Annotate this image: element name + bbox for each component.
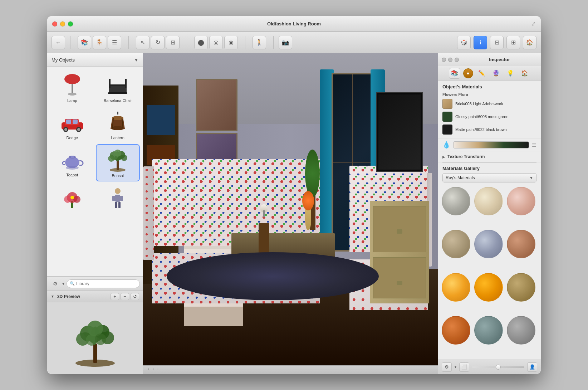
- settings-button[interactable]: ⚙: [50, 279, 60, 289]
- material-item-black[interactable]: Matte paint/8022 black brown: [442, 123, 536, 136]
- object-icon-chair: [103, 73, 132, 98]
- transform-button[interactable]: ⊞: [166, 36, 180, 49]
- inspector-titlebar: Inspector: [438, 53, 541, 66]
- swatch-gray-granite[interactable]: [507, 316, 535, 345]
- walk-button[interactable]: 🚶: [253, 36, 266, 49]
- texture-header[interactable]: ▶ Texture Transform: [442, 154, 536, 159]
- inspector-tab-scene[interactable]: 🏠: [519, 68, 530, 79]
- eye-button[interactable]: ◎: [209, 36, 223, 49]
- object-item-dodge[interactable]: Dodge: [50, 107, 94, 143]
- svg-rect-23: [71, 156, 74, 158]
- resize-icon[interactable]: ⤢: [531, 20, 536, 27]
- inspector-tab-edit[interactable]: ✏️: [476, 68, 487, 79]
- scene-dots: ⋮⋮⋮: [147, 367, 161, 372]
- svg-rect-11: [73, 120, 78, 124]
- toolbar-sep-4: [245, 36, 245, 49]
- home-button[interactable]: 🏠: [523, 36, 536, 49]
- cursor-button[interactable]: ↖: [136, 36, 150, 49]
- gallery-title: Materials Gallery: [442, 166, 536, 171]
- zoom-out-button[interactable]: −: [121, 293, 129, 300]
- swatch-blue-argyle[interactable]: [474, 230, 503, 258]
- gallery-dropdown[interactable]: Ray's Materials ▼: [442, 173, 536, 182]
- svg-rect-44: [93, 343, 97, 363]
- inspector-tab-light[interactable]: 💡: [505, 68, 516, 79]
- picker-row: 💧 ☰: [438, 138, 541, 151]
- left-panel: My Objects ▼ Lamp: [47, 53, 143, 374]
- material-swatch-brick: [442, 99, 452, 109]
- window-controls: [52, 21, 73, 26]
- chair-button[interactable]: 🪑: [93, 36, 106, 49]
- object-item-lantern[interactable]: Lantern: [96, 107, 140, 143]
- camera-button[interactable]: 📷: [279, 36, 292, 49]
- chevron-down-icon: ▼: [134, 58, 138, 63]
- view-button[interactable]: ◉: [224, 36, 238, 49]
- titlebar: Oldfashion Living Room ⤢: [47, 16, 541, 32]
- inspector-tab-library[interactable]: 📚: [449, 68, 460, 79]
- eyedropper-icon[interactable]: 💧: [442, 141, 450, 149]
- svg-rect-6: [125, 79, 127, 88]
- object-item-figure[interactable]: [96, 183, 140, 214]
- inspector-min-btn[interactable]: [448, 58, 452, 62]
- inspector-slider[interactable]: [472, 366, 524, 368]
- swatch-red-floral[interactable]: [507, 187, 535, 215]
- preview-title: 3D Preview: [57, 294, 108, 299]
- main-window: Oldfashion Living Room ⤢ ← 📚 🪑 ☰ ↖ ↻ ⊞ ⬤…: [47, 16, 541, 374]
- search-input[interactable]: [76, 281, 137, 286]
- inspector-avatar-button[interactable]: 👤: [527, 362, 537, 372]
- preview-toggle-icon[interactable]: ▼: [51, 294, 54, 298]
- record-button[interactable]: ⬤: [194, 36, 208, 49]
- material-name-black: Matte paint/8022 black brown: [455, 127, 507, 132]
- list-button[interactable]: ☰: [108, 36, 121, 49]
- inspector-add-button[interactable]: ⬜: [459, 362, 469, 372]
- object-icon-bonsai: [103, 148, 132, 173]
- texture-arrow-icon: ▶: [442, 155, 445, 159]
- swatch-wood-texture[interactable]: [507, 273, 535, 302]
- dropdown-arrow-icon: ▾: [62, 281, 64, 286]
- scene-tv: [376, 92, 423, 172]
- minimize-button[interactable]: [60, 21, 65, 26]
- toolbar-group-4: 🚶: [250, 36, 268, 49]
- svg-point-18: [112, 126, 123, 130]
- toolbar-sep-3: [187, 36, 187, 49]
- inspector-max-btn[interactable]: [455, 58, 459, 62]
- search-input-wrap[interactable]: 🔍: [67, 279, 140, 288]
- objects-dropdown[interactable]: My Objects ▼: [47, 53, 143, 67]
- rotate-button[interactable]: ↻: [151, 36, 165, 49]
- object-item-lamp[interactable]: Lamp: [50, 70, 94, 106]
- living-room-scene: [143, 53, 438, 374]
- back-button[interactable]: ←: [52, 36, 65, 49]
- zoom-in-button[interactable]: +: [111, 293, 119, 300]
- object-item-bonsai[interactable]: Bonsai: [96, 144, 140, 181]
- swatch-orange-rough[interactable]: [442, 316, 470, 345]
- menu-icon[interactable]: ☰: [532, 142, 536, 148]
- inspector-close-btn[interactable]: [442, 58, 446, 62]
- inspector-tab-render[interactable]: 🔮: [490, 68, 502, 79]
- scene-area[interactable]: ⋮⋮⋮: [143, 53, 438, 374]
- zoom-reset-button[interactable]: ↺: [131, 293, 139, 300]
- object-item-flowers[interactable]: [50, 183, 94, 214]
- object-item-teapot[interactable]: Teapot: [50, 144, 94, 181]
- object-icon-lantern: [103, 110, 132, 135]
- library-button[interactable]: 📚: [78, 36, 91, 49]
- toolbar-sep-1: [70, 36, 70, 49]
- svg-rect-42: [118, 202, 121, 208]
- object-item-chair[interactable]: Barselona Chair: [96, 70, 140, 106]
- objects-button[interactable]: 🎲: [457, 36, 471, 49]
- fullscreen-button[interactable]: ⊞: [506, 36, 520, 49]
- view-mode-button[interactable]: ⊟: [490, 36, 504, 49]
- swatch-beige-floral[interactable]: [474, 187, 503, 215]
- swatch-teal-fabric[interactable]: [474, 316, 503, 345]
- swatch-rust-texture[interactable]: [507, 230, 535, 258]
- material-item-brick[interactable]: Brick/003 Light Adobe-work: [442, 97, 536, 110]
- material-item-moss[interactable]: Glossy paint/6005 moss green: [442, 110, 536, 123]
- maximize-button[interactable]: [68, 21, 73, 26]
- scene-bottom-bar: ⋮⋮⋮: [143, 365, 438, 374]
- swatch-brown-damask[interactable]: [442, 230, 470, 258]
- swatch-gray-floral[interactable]: [442, 187, 470, 215]
- info-button[interactable]: i: [474, 36, 487, 49]
- inspector-settings-button[interactable]: ⚙: [442, 362, 452, 372]
- inspector-tab-material[interactable]: ●: [463, 68, 473, 78]
- swatch-orange-solid[interactable]: [442, 273, 470, 302]
- close-button[interactable]: [52, 21, 57, 26]
- swatch-amber-solid[interactable]: [474, 273, 503, 302]
